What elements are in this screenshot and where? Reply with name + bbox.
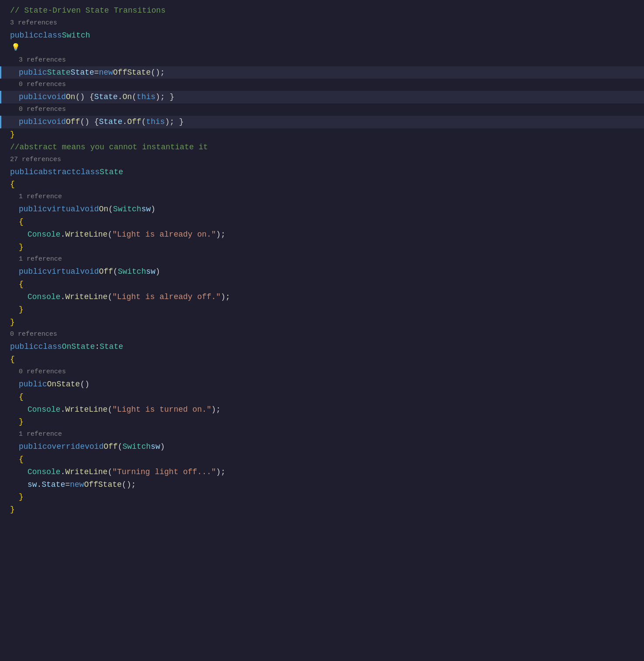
reference-count: 27 references: [0, 154, 644, 166]
param-token: sw: [141, 203, 151, 216]
punctuation-token: );: [216, 228, 226, 241]
type-name-token: Console: [27, 466, 61, 479]
code-line: }: [0, 316, 644, 329]
variable-token: State: [71, 66, 94, 79]
type-name-token: Switch: [62, 29, 90, 42]
code-line: }: [0, 491, 644, 503]
keyword-token: void: [47, 116, 66, 128]
code-comment-line: //abstract means you cannot instantiate …: [0, 141, 644, 154]
brace-token: {: [10, 178, 15, 191]
reference-count: 1 reference: [0, 191, 644, 203]
code-line: Console.WriteLine("Light is already on."…: [0, 228, 644, 241]
variable-token: State: [99, 116, 123, 128]
method-name-token: On: [99, 203, 109, 216]
keyword-token: class: [38, 29, 62, 42]
method-name-token: OffState: [84, 479, 122, 491]
reference-count: 1 reference: [0, 428, 644, 441]
code-line: public override void Off(Switch sw): [0, 441, 644, 453]
keyword-token: public: [19, 265, 47, 278]
punctuation-token: (: [108, 403, 113, 416]
bulb-line: 💡: [0, 42, 644, 54]
code-line: {: [0, 453, 644, 466]
punctuation-token: (: [108, 203, 113, 216]
string-literal-token: "Turning light off...": [112, 466, 216, 479]
code-editor: // State-Driven State Transitions3 refer…: [0, 0, 644, 661]
method-name-token: Off: [103, 441, 117, 453]
keyword-token: public: [19, 441, 47, 453]
code-line: {: [0, 391, 644, 403]
variable-token: State: [41, 479, 65, 491]
brace-token: }: [10, 316, 15, 329]
reference-count: 3 references: [0, 54, 644, 66]
keyword-token: virtual: [47, 203, 80, 216]
type-name-token: Console: [27, 291, 61, 303]
method-name-token: WriteLine: [65, 466, 107, 479]
brace-token: }: [19, 491, 24, 503]
code-line: public class OnState : State: [0, 341, 644, 353]
lightbulb-icon: 💡: [11, 42, 20, 54]
keyword-token: public: [19, 378, 47, 391]
method-name-token: On: [66, 91, 75, 103]
keyword-token: public: [10, 341, 38, 353]
keyword-token: new: [99, 66, 113, 79]
type-name-token: State: [47, 66, 71, 79]
string-literal-token: "Light is turned on.": [112, 403, 211, 416]
keyword-token: this: [146, 116, 165, 128]
punctuation-token: .: [37, 479, 42, 491]
brace-token: }: [19, 303, 24, 316]
punctuation-token: (: [118, 441, 123, 453]
string-literal-token: "Light is already off.": [112, 291, 220, 303]
code-line: {: [0, 216, 644, 228]
code-line: public void On() { State.On(this); }: [0, 91, 644, 103]
punctuation-token: () {: [75, 91, 94, 103]
type-name-token: OnState: [62, 341, 95, 353]
method-name-token: OnState: [47, 378, 80, 391]
keyword-token: abstract: [38, 166, 76, 179]
keyword-token: public: [10, 166, 38, 179]
keyword-token: new: [70, 479, 84, 491]
type-name-token: Console: [27, 403, 61, 416]
method-name-token: OffState: [113, 66, 151, 79]
variable-token: State: [94, 91, 118, 103]
punctuation-token: (): [80, 378, 89, 391]
reference-count: 1 reference: [0, 253, 644, 265]
punctuation-token: ); }: [165, 116, 184, 128]
keyword-token: override: [47, 441, 85, 453]
punctuation-token: (: [108, 291, 113, 303]
operator-token: =: [94, 66, 99, 79]
code-line: {: [0, 278, 644, 291]
variable-token: sw: [27, 479, 37, 491]
param-token: sw: [151, 441, 160, 453]
punctuation-token: (: [132, 91, 137, 103]
reference-count: 0 references: [0, 103, 644, 116]
code-line: }: [0, 416, 644, 428]
brace-token: {: [19, 216, 24, 228]
reference-count: 0 references: [0, 328, 644, 341]
reference-count: 0 references: [0, 79, 644, 91]
punctuation-token: );: [211, 403, 221, 416]
punctuation-token: (: [141, 116, 146, 128]
code-line: }: [0, 128, 644, 141]
method-name-token: Off: [99, 265, 113, 278]
comment-text: // State-Driven State Transitions: [10, 4, 165, 17]
keyword-token: this: [137, 91, 155, 103]
brace-token: {: [19, 391, 24, 403]
punctuation-token: (: [108, 228, 113, 241]
method-name-token: WriteLine: [65, 291, 107, 303]
code-line: sw.State = new OffState();: [0, 479, 644, 491]
brace-token: {: [10, 353, 15, 366]
type-name-token: State: [99, 341, 123, 353]
param-type-token: Switch: [113, 203, 141, 216]
type-name-token: State: [99, 166, 123, 179]
code-line: public void Off() { State.Off(this); }: [0, 116, 644, 128]
keyword-token: class: [76, 166, 99, 179]
keyword-token: public: [10, 29, 38, 42]
punctuation-token: ): [151, 203, 156, 216]
keyword-token: class: [38, 341, 62, 353]
punctuation-token: .: [61, 403, 65, 416]
code-line: public virtual void Off(Switch sw): [0, 265, 644, 278]
punctuation-token: :: [95, 341, 99, 353]
punctuation-token: .: [61, 228, 65, 241]
punctuation-token: .: [123, 116, 127, 128]
operator-token: =: [65, 479, 70, 491]
